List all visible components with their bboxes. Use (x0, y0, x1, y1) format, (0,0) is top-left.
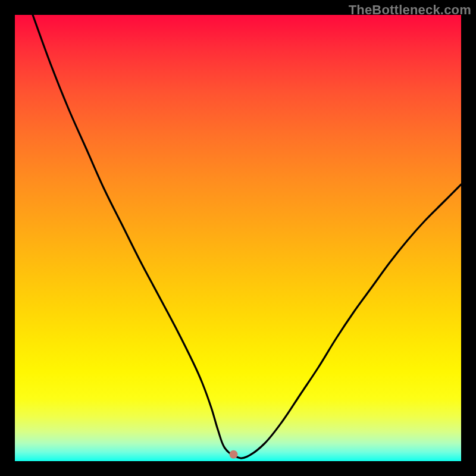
minimum-marker (230, 450, 238, 459)
plot-area (15, 15, 461, 461)
bottleneck-curve (33, 15, 461, 458)
chart-container: TheBottleneck.com (0, 0, 476, 476)
curve-svg (15, 15, 461, 461)
